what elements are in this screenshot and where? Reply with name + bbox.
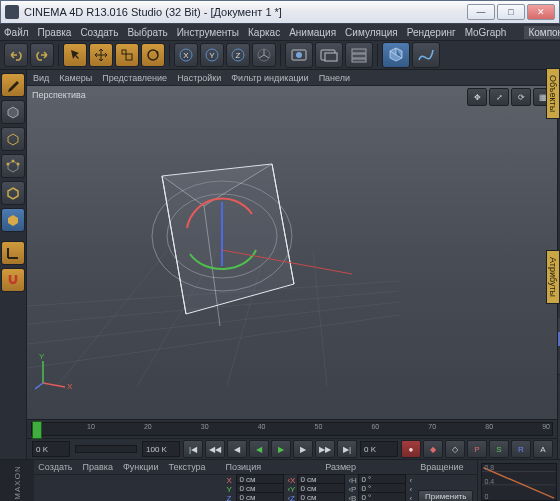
vmenu-view[interactable]: Вид [33,73,49,83]
svg-line-27 [313,251,327,386]
scale-tool[interactable] [115,43,139,67]
apply-button[interactable]: Применить [418,490,473,501]
axis-gizmo-icon: Y X [35,351,75,391]
vmenu-filter[interactable]: Фильтр индикации [231,73,308,83]
current-frame-field[interactable]: 0 K [360,441,398,457]
autokey-button[interactable]: ◆ [423,440,443,458]
lock-y-button[interactable]: Y [200,43,224,67]
svg-rect-1 [126,54,132,60]
render-settings-button[interactable] [345,42,373,68]
menu-edit[interactable]: Правка [38,27,72,38]
menu-tools[interactable]: Инструменты [177,27,239,38]
vmenu-cameras[interactable]: Камеры [59,73,92,83]
falloff-curve[interactable]: 0.8 0.4 0 [481,463,557,501]
svg-rect-14 [352,49,366,53]
next-key-button[interactable]: ▶▶ [315,440,335,458]
lock-z-button[interactable]: Z [226,43,250,67]
render-pv-button[interactable] [315,42,343,68]
move-tool[interactable] [89,43,113,67]
end-frame-field[interactable]: 100 K [142,441,180,457]
goto-start-button[interactable]: |◀ [183,440,203,458]
mat-tab-create[interactable]: Создать [38,462,72,472]
scene-icon [27,86,399,386]
axis-mode-button[interactable] [1,241,25,265]
menu-anim[interactable]: Анимация [289,27,336,38]
svg-rect-13 [325,53,337,61]
play-button[interactable]: ▶ [271,440,291,458]
side-tab-attributes[interactable]: Атрибуты [546,250,560,304]
size-z-field[interactable]: 0 см [297,492,345,501]
side-tab-objects[interactable]: Объекты [546,68,560,119]
point-mode-button[interactable] [1,154,25,178]
view-pan-icon[interactable]: ✥ [467,88,487,106]
range-slider[interactable] [75,445,137,453]
select-tool[interactable] [63,43,87,67]
primitive-cube-button[interactable] [382,42,410,68]
render-view-button[interactable] [285,42,313,68]
left-dock [0,70,27,459]
rot-b-field[interactable]: 0 ° [358,492,406,501]
rotate-tool[interactable] [141,43,165,67]
timeline-cursor[interactable] [32,421,42,439]
close-button[interactable]: ✕ [527,4,555,20]
minimize-button[interactable]: — [467,4,495,20]
viewport-3d[interactable]: Перспектива [27,86,557,419]
maximize-button[interactable]: □ [497,4,525,20]
snap-button[interactable] [1,268,25,292]
menu-sim[interactable]: Симуляция [345,27,398,38]
coord-system-button[interactable] [252,43,276,67]
svg-point-18 [17,163,20,166]
edge-mode-button[interactable] [1,181,25,205]
key-param-button[interactable]: A [533,440,553,458]
model-mode-button[interactable] [1,100,25,124]
prev-key-button[interactable]: ◀◀ [205,440,225,458]
menu-select[interactable]: Выбрать [127,27,167,38]
lock-x-button[interactable]: X [174,43,198,67]
undo-button[interactable] [4,43,28,67]
timeline[interactable]: 0102030405060708090 [27,419,557,438]
menu-create[interactable]: Создать [80,27,118,38]
app-icon [5,5,19,19]
pos-z-field[interactable]: 0 см [236,492,284,501]
key-rot-button[interactable]: R [511,440,531,458]
menu-mograph[interactable]: MoGraph [465,27,507,38]
view-zoom-icon[interactable]: ⤢ [489,88,509,106]
mat-tab-edit[interactable]: Правка [83,462,113,472]
make-editable-button[interactable] [1,73,25,97]
vmenu-display[interactable]: Представление [102,73,167,83]
viewport-menu: Вид Камеры Представление Настройки Фильт… [27,70,557,86]
menu-render[interactable]: Рендеринг [407,27,456,38]
object-mode-button[interactable] [1,127,25,151]
svg-text:Y: Y [209,51,215,60]
keysel-button[interactable]: ◇ [445,440,465,458]
main-toolbar: X Y Z [0,41,560,70]
svg-text:Y: Y [39,352,45,361]
polygon-mode-button[interactable] [1,208,25,232]
menu-file[interactable]: Файл [4,27,29,38]
svg-line-36 [35,383,43,389]
mat-tab-func[interactable]: Функции [123,462,158,472]
vmenu-panels[interactable]: Панели [319,73,350,83]
playbar: 0 K 100 K |◀ ◀◀ ◀ ◀ ▶ ▶ ▶▶ ▶| 0 K ● ◆ ◇ … [27,438,557,459]
record-button[interactable]: ● [401,440,421,458]
spline-button[interactable] [412,42,440,68]
play-back-button[interactable]: ◀ [249,440,269,458]
key-scale-button[interactable]: S [489,440,509,458]
redo-button[interactable] [30,43,54,67]
menu-mesh[interactable]: Каркас [248,27,280,38]
start-frame-field[interactable]: 0 K [32,441,70,457]
key-pos-button[interactable]: P [467,440,487,458]
svg-point-17 [12,160,15,163]
goto-end-button[interactable]: ▶| [337,440,357,458]
svg-rect-15 [352,54,366,58]
svg-point-19 [7,163,10,166]
vmenu-options[interactable]: Настройки [177,73,221,83]
mat-tab-tex[interactable]: Текстура [168,462,205,472]
layout-tab[interactable]: Компоновка [524,26,560,39]
window-title: CINEMA 4D R13.016 Studio (32 Bit) - [Док… [24,6,282,18]
view-orbit-icon[interactable]: ⟳ [511,88,531,106]
next-frame-button[interactable]: ▶ [293,440,313,458]
brand-panel: MAXON [0,460,34,501]
svg-point-2 [148,50,158,60]
prev-frame-button[interactable]: ◀ [227,440,247,458]
